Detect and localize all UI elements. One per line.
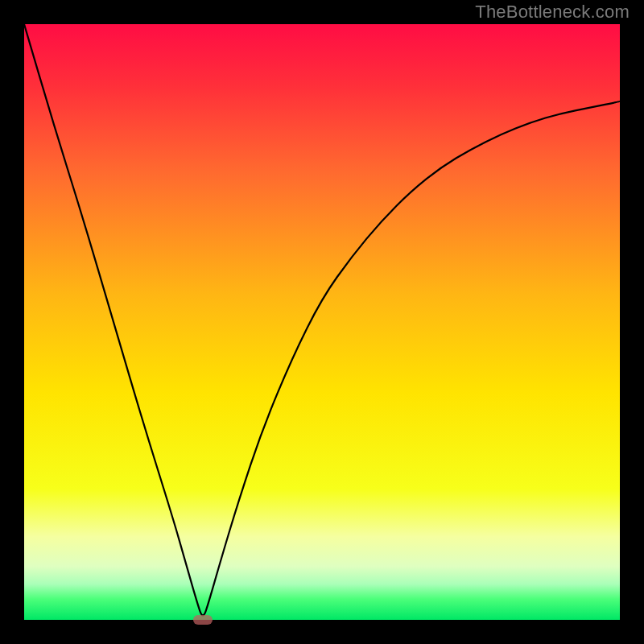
plot-area <box>24 24 620 620</box>
chart-frame: TheBottleneck.com <box>0 0 644 644</box>
watermark-text: TheBottleneck.com <box>475 2 630 23</box>
chart-svg <box>24 24 620 620</box>
minimum-marker <box>193 615 213 625</box>
